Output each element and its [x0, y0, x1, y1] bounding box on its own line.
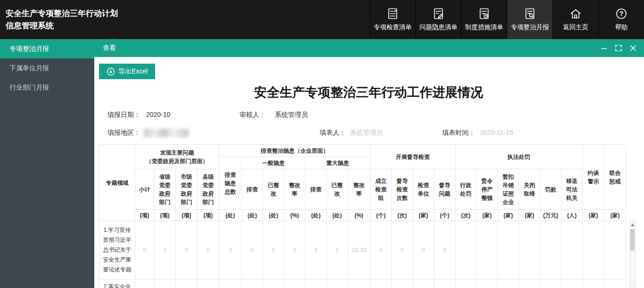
col-header-major-rectified: 已整改 [327, 169, 348, 210]
nav-item-special-inspection-list[interactable]: 专项检查清单 [370, 0, 415, 39]
value-cell [583, 280, 604, 288]
col-header-general-checked: 排查 [242, 169, 263, 210]
unit-cell: (次) [392, 210, 413, 221]
export-excel-button[interactable]: 导出Excel [99, 64, 155, 79]
value-cell: 0 [392, 221, 413, 280]
nav-label: 问题隐患清单 [420, 23, 458, 32]
col-header-major-rate: 整改率 [348, 169, 371, 210]
home-icon [570, 8, 582, 20]
filler-value: 系统管理员 [350, 129, 383, 137]
table-row: 2.落实企业 [99, 280, 626, 288]
help-icon: ? [615, 8, 627, 20]
tab-view[interactable]: 查看 [103, 44, 116, 52]
auditor-label: 审核人： [239, 111, 266, 119]
col-header-total-hazards: 排查隐患总数 [219, 157, 242, 210]
value-cell: 0 [371, 221, 392, 280]
sidebar-item-special-rectification-monthly[interactable]: 专项整治月报 [0, 39, 94, 58]
nav-item-help[interactable]: ? 帮助 [598, 0, 644, 39]
col-header-inspected-units: 检查单位 [413, 169, 434, 210]
col-header-admin-penalty: 行政处罚 [455, 169, 477, 210]
report-region-redacted-value [144, 129, 189, 137]
col-header-general-rectified: 已整改 [263, 169, 284, 210]
value-cell [455, 221, 477, 280]
col-header-inspection-teams: 成立检查组 [371, 169, 392, 210]
form-row-2: 填报地区： 填表人： 系统管理员 填表时间： 2020-11-15 [99, 129, 638, 138]
group-found-problems-line2: （党委政府及部门层面） [136, 157, 218, 165]
unit-cell: (处) [263, 210, 284, 221]
main-panel: 查看 导出Excel 安全生产专项整治三年行动工作进展情况 [94, 39, 644, 288]
unit-cell: (万元) [540, 210, 561, 221]
fill-time-value: 2020-11-15 [480, 129, 513, 136]
col-header-topic: 专题领域 [99, 145, 135, 221]
monthly-report-icon [524, 8, 536, 20]
unit-cell: (处) [242, 210, 263, 221]
unit-cell: (家) [498, 210, 519, 221]
unit-cell: (家) [604, 210, 626, 221]
value-cell [305, 280, 327, 288]
value-cell: 3 [305, 221, 327, 280]
group-enforcement: 执法处罚 [455, 145, 583, 169]
unit-cell: (%) [348, 210, 371, 221]
form-row-1: 填报日期： 2020-10 审核人： 系统管理员 [99, 111, 638, 120]
auditor-value: 系统管理员 [275, 111, 308, 119]
value-cell [135, 280, 154, 288]
unit-cell: (项) [135, 210, 154, 221]
sidebar-item-label: 行业部门月报 [9, 83, 49, 92]
fill-time-label: 填表时间： [442, 129, 475, 137]
value-cell [455, 280, 477, 288]
value-cell [219, 280, 242, 288]
export-excel-label: 导出Excel [118, 67, 148, 76]
value-cell [154, 280, 176, 288]
maximize-icon[interactable] [615, 45, 622, 51]
value-cell: 0 [176, 221, 198, 280]
sidebar-item-industry-dept-monthly[interactable]: 行业部门月报 [0, 78, 94, 97]
nav-item-problem-hazard-list[interactable]: 问题隐患清单 [415, 0, 461, 39]
col-header-provincial-dept: 省级党委政府部门 [154, 169, 176, 210]
col-header-judicial-transfer: 移送司法机关 [561, 169, 583, 210]
nav-item-special-rectification-monthly[interactable]: 专项整治月报 [507, 0, 553, 39]
value-cell: 33.33 [348, 221, 371, 280]
col-header-halt-production: 责令停产整顿 [477, 169, 498, 210]
value-cell [561, 221, 583, 280]
col-header-county-dept: 县级党委政府部门 [198, 169, 219, 210]
close-icon[interactable] [630, 45, 636, 51]
group-investigate-hazards: 排查整治隐患（企业层面） [219, 145, 371, 157]
value-cell [498, 221, 519, 280]
nav-item-return-home[interactable]: 返回主页 [553, 0, 598, 39]
group-found-problems: 发现主要问题 （党委政府及部门层面） [135, 145, 219, 169]
app-title-line2: 信息管理系统 [6, 20, 118, 32]
sidebar: 专项整治月报 下属单位月报 行业部门月报 [0, 39, 94, 288]
unit-cell: (处) [305, 210, 327, 221]
nav-label: 制度措施清单 [465, 23, 504, 32]
window-controls [601, 45, 636, 51]
value-cell [519, 221, 540, 280]
col-header-major-checked: 排查 [305, 169, 327, 210]
nav-item-system-measures-list[interactable]: 制度措施清单 [461, 0, 507, 39]
table-row: 1.学习宣传贯彻习近平总书记关于安全生产重要论述专题 0 0 0 0 3 0 0… [99, 221, 626, 280]
scrollbar-thumb[interactable] [630, 229, 635, 251]
value-cell [477, 221, 498, 280]
nav-label: 专项检查清单 [374, 23, 412, 32]
value-cell [540, 280, 561, 288]
unit-cell: (%) [284, 210, 305, 221]
value-cell [263, 280, 284, 288]
minimize-icon[interactable] [601, 45, 607, 51]
subgroup-major-hazards: 重大隐患 [305, 157, 371, 169]
nav-label: 专项整治月报 [511, 23, 549, 32]
report-title: 安全生产专项整治三年行动工作进展情况 [99, 84, 638, 101]
scrollbar-up-arrow-icon[interactable] [631, 223, 635, 226]
table-scrollbar[interactable] [629, 221, 636, 288]
unit-cell: (项) [154, 210, 176, 221]
value-cell [583, 221, 604, 280]
value-cell: 0 [284, 221, 305, 280]
sidebar-item-label: 下属单位月报 [9, 64, 49, 73]
value-cell: 0 [242, 221, 263, 280]
unit-cell: (个) [434, 210, 455, 221]
value-cell: 0 [413, 221, 434, 280]
col-header-supervision-times: 督导检查次数 [392, 169, 413, 210]
group-supervision: 开展督导检查 [371, 145, 455, 169]
col-header-interview-warning: 约谈警示 [583, 145, 604, 210]
sidebar-item-subordinate-unit-monthly[interactable]: 下属单位月报 [0, 58, 94, 78]
value-cell [540, 221, 561, 280]
value-cell [498, 280, 519, 288]
